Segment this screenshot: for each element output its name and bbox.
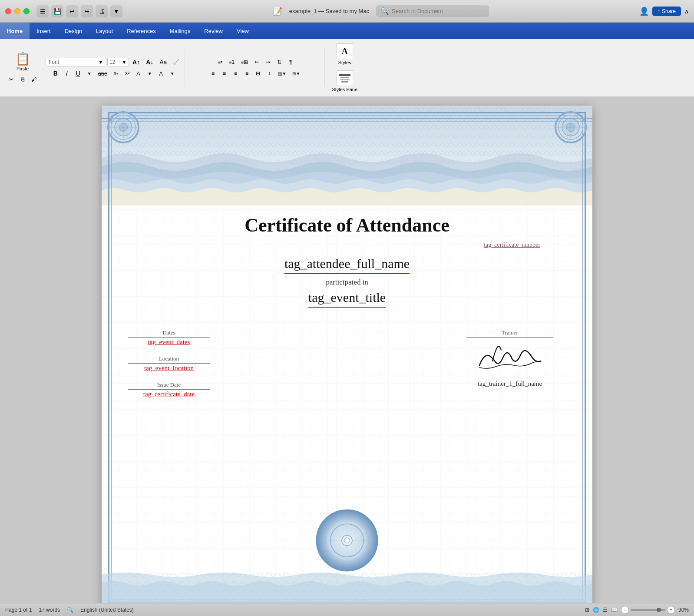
sort-button[interactable]: ⇅ — [274, 57, 284, 67]
cert-issue-date-label: Issue Date — [128, 381, 210, 390]
copy-button[interactable]: ⎘ — [17, 75, 28, 84]
read-view-icon[interactable]: 📖 — [611, 607, 618, 613]
highlight-dropdown[interactable]: ▼ — [167, 69, 178, 78]
ribbon-group-paragraph: ≡• ≡1 ≡⊞ ⇐ ⇒ ⇅ ¶ ≡ ≡ ≡ ≡ ⊟ ↕ ▨▼ ⊞▼ — [186, 49, 325, 87]
web-view-icon[interactable]: 🌐 — [593, 607, 599, 613]
menu-mailings[interactable]: Mailings — [163, 23, 198, 39]
line-spacing-button[interactable]: ↕ — [264, 69, 274, 78]
search-input[interactable] — [392, 8, 479, 14]
styles-pane-preview — [337, 70, 353, 86]
cert-participated-text: participated in — [326, 278, 368, 287]
status-bar: Page 1 of 1 17 words 🔍 English (United S… — [0, 603, 694, 616]
cert-issue-date-tag: tag_certificate_date — [128, 390, 210, 398]
align-row: ≡ ≡ ≡ ≡ ⊟ ↕ ▨▼ ⊞▼ — [208, 69, 303, 78]
zoom-slider[interactable] — [631, 609, 665, 611]
align-justify-button[interactable]: ≡ — [241, 69, 252, 78]
font-color-button[interactable]: A — [133, 69, 144, 78]
search-icon: 🔍 — [380, 7, 389, 15]
language: English (United States) — [80, 607, 134, 613]
share-button[interactable]: ↑ Share — [652, 7, 681, 16]
maximize-button[interactable] — [23, 8, 30, 14]
ribbon: 📋 Paste ✂ ⎘ 🖌 Font ▼ 12 ▼ A↑ A↓ Aa 🧹 B — [0, 39, 694, 97]
spelling-check-icon[interactable]: 🔍 — [67, 607, 73, 613]
align-right-button[interactable]: ≡ — [230, 69, 241, 78]
styles-pane-button[interactable]: Styles Pane — [328, 69, 361, 94]
decrease-font-button[interactable]: A↓ — [143, 57, 156, 67]
bold-button[interactable]: B — [50, 69, 61, 78]
numbered-list-button[interactable]: ≡1 — [226, 57, 238, 67]
styles-button[interactable]: A Styles — [333, 42, 357, 67]
cut-button[interactable]: ✂ — [6, 75, 17, 84]
subscript-button[interactable]: X₂ — [111, 69, 121, 78]
paste-icon: 📋 — [15, 53, 30, 65]
increase-indent-button[interactable]: ⇒ — [263, 57, 273, 67]
clipboard-row: ✂ ⎘ 🖌 — [6, 75, 39, 84]
menu-design[interactable]: Design — [58, 23, 89, 39]
highlight-button[interactable]: A — [156, 69, 166, 78]
cert-trainer-name-tag: tag_trainer_1_full_name — [478, 380, 542, 387]
ribbon-group-clipboard: 📋 Paste ✂ ⎘ 🖌 — [3, 49, 42, 87]
outline-view-icon[interactable]: ☰ — [603, 607, 608, 613]
zoom-level: 90% — [678, 607, 689, 613]
title-bar-right: 👤 ↑ Share ∧ — [639, 7, 689, 16]
ribbon-group-styles: A Styles Styles Pane — [326, 41, 364, 95]
top-deco-svg — [102, 106, 592, 205]
increase-font-button[interactable]: A↑ — [130, 57, 142, 67]
menu-insert[interactable]: Insert — [30, 23, 58, 39]
cert-issue-date-field: Issue Date tag_certificate_date — [128, 381, 210, 398]
decrease-indent-button[interactable]: ⇐ — [251, 57, 262, 67]
search-box[interactable]: 🔍 — [376, 5, 489, 17]
cert-seal-svg — [314, 508, 380, 573]
menu-layout[interactable]: Layout — [89, 23, 120, 39]
save-icon[interactable]: 💾 — [51, 5, 63, 17]
align-center-button[interactable]: ≡ — [219, 69, 229, 78]
underline-button[interactable]: U — [73, 69, 83, 78]
cert-title: Certificate of Attendance — [245, 214, 449, 236]
close-button[interactable] — [5, 8, 11, 14]
font-size-selector[interactable]: 12 ▼ — [107, 58, 129, 66]
zoom-in-button[interactable]: + — [667, 606, 675, 614]
superscript-button[interactable]: X² — [122, 69, 132, 78]
cert-seal — [314, 508, 380, 575]
redo-icon[interactable]: ↪ — [81, 5, 93, 17]
print-icon[interactable]: 🖨 — [96, 5, 108, 17]
show-paragraph-button[interactable]: ¶ — [285, 57, 296, 67]
clear-format-button[interactable]: 🧹 — [170, 57, 182, 67]
cert-fields-row: Dates tag_event_dates Location tag_event… — [128, 329, 566, 398]
font-color-dropdown[interactable]: ▼ — [145, 69, 155, 78]
font-family-selector[interactable]: Font ▼ — [46, 58, 106, 66]
document-page: Certificate of Attendance tag_certificat… — [102, 106, 592, 609]
collapse-ribbon-icon[interactable]: ∧ — [684, 8, 689, 15]
status-right: ⊞ 🌐 ☰ 📖 − + 90% — [585, 606, 689, 614]
menu-review[interactable]: Review — [197, 23, 230, 39]
corner-ornament-tr — [532, 110, 588, 166]
minimize-button[interactable] — [14, 8, 20, 14]
italic-button[interactable]: I — [62, 69, 72, 78]
undo-icon[interactable]: ↩ — [66, 5, 78, 17]
bullet-list-button[interactable]: ≡• — [215, 57, 225, 67]
shading-button[interactable]: ▨▼ — [275, 69, 289, 78]
page-info: Page 1 of 1 — [5, 607, 32, 613]
column-button[interactable]: ⊟ — [253, 69, 263, 78]
title-bar-center: 📝 example_1 — Saved to my Mac 🔍 — [126, 5, 636, 17]
align-left-button[interactable]: ≡ — [208, 69, 218, 78]
underline-dropdown[interactable]: ▼ — [84, 69, 95, 78]
chevron-down-icon: ▼ — [122, 59, 127, 65]
paste-button[interactable]: 📋 Paste — [13, 51, 33, 73]
menu-home[interactable]: Home — [0, 23, 30, 39]
border-button[interactable]: ⊞▼ — [290, 69, 303, 78]
menu-references[interactable]: References — [120, 23, 162, 39]
styles-preview: A — [337, 43, 353, 59]
user-icon[interactable]: 👤 — [639, 7, 649, 16]
menu-view[interactable]: View — [230, 23, 256, 39]
zoom-out-button[interactable]: − — [621, 606, 629, 614]
font-case-button[interactable]: Aa — [157, 57, 169, 67]
multilevel-list-button[interactable]: ≡⊞ — [238, 57, 251, 67]
layout-view-icon[interactable]: ⊞ — [585, 607, 589, 613]
strikethrough-button[interactable]: abc — [96, 69, 110, 78]
customize-icon[interactable]: ▼ — [110, 5, 122, 17]
document-title: example_1 — Saved to my Mac — [289, 8, 369, 14]
font-format-row: B I U ▼ abc X₂ X² A ▼ A ▼ — [50, 69, 178, 78]
sidebar-icon[interactable]: ☰ — [36, 5, 49, 17]
format-painter-button[interactable]: 🖌 — [29, 75, 39, 84]
